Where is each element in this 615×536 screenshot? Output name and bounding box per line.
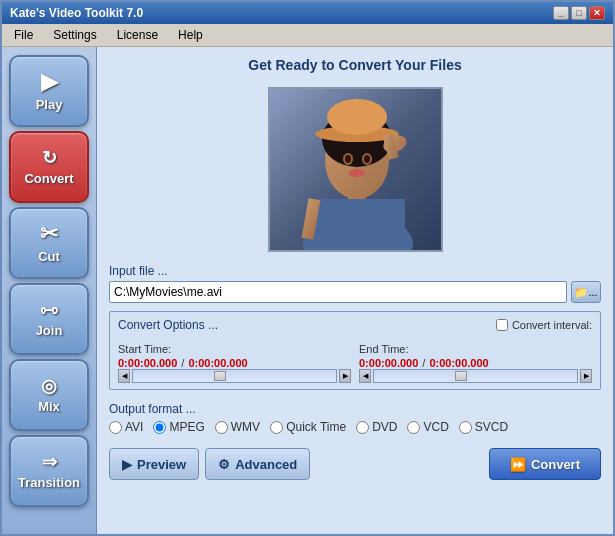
close-button[interactable]: ✕: [589, 6, 605, 20]
sidebar-item-play[interactable]: ▶ Play: [9, 55, 89, 127]
start-slider-thumb[interactable]: [214, 371, 226, 381]
format-avi[interactable]: AVI: [109, 420, 143, 434]
bottom-buttons: ▶ Preview ⚙ Advanced ⏩ Convert: [109, 446, 601, 480]
menu-settings[interactable]: Settings: [45, 26, 104, 44]
format-vcd[interactable]: VCD: [407, 420, 448, 434]
titlebar: Kate's Video Toolkit 7.0 _ □ ✕: [2, 2, 613, 24]
video-preview: [268, 87, 443, 252]
menu-license[interactable]: License: [109, 26, 166, 44]
play-label: Play: [36, 97, 63, 112]
convert-btn-icon: ⏩: [510, 457, 526, 472]
output-format-label: Output format ...: [109, 402, 601, 416]
window-title: Kate's Video Toolkit 7.0: [10, 6, 143, 20]
format-vcd-radio[interactable]: [407, 421, 420, 434]
format-mpeg-radio[interactable]: [153, 421, 166, 434]
end-left-arrow[interactable]: ◀: [359, 369, 371, 383]
advanced-icon: ⚙: [218, 457, 230, 472]
start-time-val1: 0:00:00.000: [118, 357, 177, 369]
input-file-field[interactable]: [109, 281, 567, 303]
format-mpeg-label: MPEG: [169, 420, 204, 434]
format-dvd-label: DVD: [372, 420, 397, 434]
end-time-values: 0:00:00.000 / 0:00:00.000: [359, 357, 592, 369]
interval-label: Convert interval:: [512, 319, 592, 331]
end-slider-thumb[interactable]: [455, 371, 467, 381]
join-icon: ⧟: [40, 301, 58, 319]
svg-point-12: [349, 169, 365, 177]
format-quicktime-radio[interactable]: [270, 421, 283, 434]
format-quicktime-label: Quick Time: [286, 420, 346, 434]
start-time-val2: 0:00:00.000: [188, 357, 247, 369]
svg-point-7: [327, 99, 387, 135]
preview-area: [109, 87, 601, 252]
cut-icon: ✂: [40, 223, 58, 245]
menu-file[interactable]: File: [6, 26, 41, 44]
format-mpeg[interactable]: MPEG: [153, 420, 204, 434]
right-panel: Get Ready to Convert Your Files: [97, 47, 613, 534]
join-label: Join: [36, 323, 63, 338]
sidebar-item-join[interactable]: ⧟ Join: [9, 283, 89, 355]
end-time-val2: 0:00:00.000: [429, 357, 488, 369]
input-row: 📁 ...: [109, 281, 601, 303]
format-svcd[interactable]: SVCD: [459, 420, 508, 434]
end-time-group: End Time: 0:00:00.000 / 0:00:00.000 ◀ ▶: [359, 343, 592, 383]
end-time-sep: /: [422, 357, 425, 369]
format-quicktime[interactable]: Quick Time: [270, 420, 346, 434]
start-time-label: Start Time:: [118, 343, 351, 355]
mix-label: Mix: [38, 399, 60, 414]
start-time-sep: /: [181, 357, 184, 369]
main-content: ▶ Play ↻ Convert ✂ Cut ⧟ Join ◎ Mix ⇒ Tr…: [2, 47, 613, 534]
start-left-arrow[interactable]: ◀: [118, 369, 130, 383]
start-slider-track[interactable]: [132, 369, 337, 383]
app-window: Kate's Video Toolkit 7.0 _ □ ✕ File Sett…: [0, 0, 615, 536]
format-avi-radio[interactable]: [109, 421, 122, 434]
format-radios: AVI MPEG WMV Quick Time: [109, 420, 601, 434]
end-time-label: End Time:: [359, 343, 592, 355]
input-file-section: Input file ... 📁 ...: [109, 264, 601, 303]
mix-icon: ◎: [41, 377, 57, 395]
start-right-arrow[interactable]: ▶: [339, 369, 351, 383]
time-row: Start Time: 0:00:00.000 / 0:00:00.000 ◀ …: [118, 343, 592, 383]
end-slider-track[interactable]: [373, 369, 578, 383]
maximize-button[interactable]: □: [571, 6, 587, 20]
folder-icon: 📁: [574, 286, 588, 299]
interval-checkbox-row: Convert interval:: [496, 319, 592, 331]
preview-label: Preview: [137, 457, 186, 472]
svg-point-10: [345, 155, 351, 163]
convert-button[interactable]: ⏩ Convert: [489, 448, 601, 480]
sidebar-item-mix[interactable]: ◎ Mix: [9, 359, 89, 431]
play-icon: ▶: [41, 71, 58, 93]
minimize-button[interactable]: _: [553, 6, 569, 20]
convert-options-section: Convert Options ... Convert interval: St…: [109, 311, 601, 390]
convert-label: Convert: [24, 171, 73, 186]
end-right-arrow[interactable]: ▶: [580, 369, 592, 383]
format-avi-label: AVI: [125, 420, 143, 434]
sidebar-item-convert[interactable]: ↻ Convert: [9, 131, 89, 203]
panel-title: Get Ready to Convert Your Files: [109, 55, 601, 79]
advanced-label: Advanced: [235, 457, 297, 472]
sidebar-item-cut[interactable]: ✂ Cut: [9, 207, 89, 279]
format-wmv-radio[interactable]: [215, 421, 228, 434]
browse-button[interactable]: 📁 ...: [571, 281, 601, 303]
bottom-left-buttons: ▶ Preview ⚙ Advanced: [109, 448, 310, 480]
format-wmv[interactable]: WMV: [215, 420, 260, 434]
browse-dots: ...: [588, 286, 597, 298]
end-time-slider: ◀ ▶: [359, 369, 592, 383]
convert-options-label: Convert Options ...: [118, 318, 218, 332]
sidebar: ▶ Play ↻ Convert ✂ Cut ⧟ Join ◎ Mix ⇒ Tr…: [2, 47, 97, 534]
format-wmv-label: WMV: [231, 420, 260, 434]
advanced-button[interactable]: ⚙ Advanced: [205, 448, 310, 480]
titlebar-buttons: _ □ ✕: [553, 6, 605, 20]
menu-help[interactable]: Help: [170, 26, 211, 44]
format-svcd-label: SVCD: [475, 420, 508, 434]
format-dvd-radio[interactable]: [356, 421, 369, 434]
transition-icon: ⇒: [42, 453, 57, 471]
input-file-label: Input file ...: [109, 264, 601, 278]
interval-checkbox[interactable]: [496, 319, 508, 331]
cut-label: Cut: [38, 249, 60, 264]
output-format-section: Output format ... AVI MPEG WMV: [109, 398, 601, 438]
svg-point-11: [364, 155, 370, 163]
format-dvd[interactable]: DVD: [356, 420, 397, 434]
format-svcd-radio[interactable]: [459, 421, 472, 434]
sidebar-item-transition[interactable]: ⇒ Transition: [9, 435, 89, 507]
preview-button[interactable]: ▶ Preview: [109, 448, 199, 480]
